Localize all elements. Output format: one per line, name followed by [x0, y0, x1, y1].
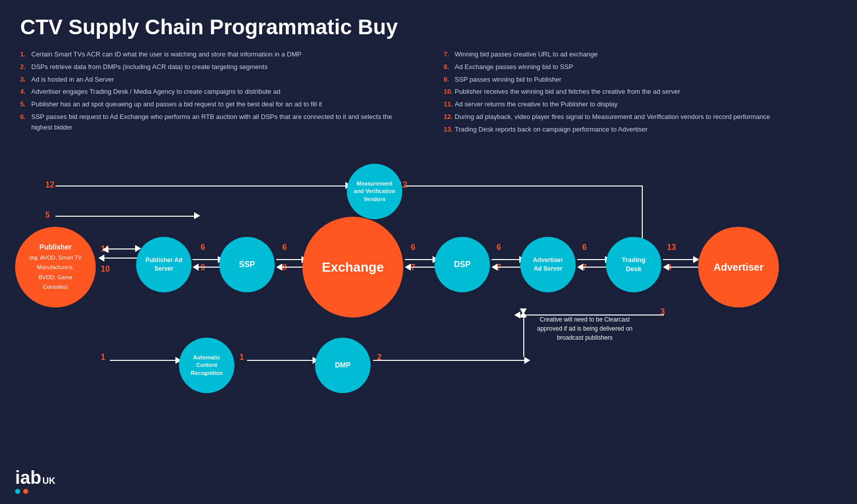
desc-item: 2.DSPs retrieve data from DMPs (includin… [20, 62, 413, 73]
dmp-circle: DMP [315, 338, 371, 393]
td-adv-line [663, 259, 693, 260]
exchange-circle: Exchange [302, 217, 403, 318]
advser-dsp-arrow [492, 264, 498, 271]
dsp-exch-arrow [405, 264, 411, 271]
step-10-label: 10 [101, 265, 110, 274]
desc-right: 7.Winning bid passes creative URL to ad … [444, 49, 837, 137]
description-section: 1.Certain Smart TVs ACR can ID what the … [0, 44, 857, 142]
arrow-11-line [108, 248, 136, 249]
desc-left: 1.Certain Smart TVs ACR can ID what the … [20, 49, 413, 137]
desc-item: 13.Trading Desk reports back on campaign… [444, 124, 837, 135]
iab-dot-orange [23, 489, 28, 494]
step-6-td-label: 6 [582, 243, 587, 252]
step-13-label: 13 [667, 243, 676, 252]
td-advser-arrow [577, 264, 583, 271]
arrow-12-right-line [406, 185, 643, 186]
advertiser-circle: Advertiser [698, 227, 779, 307]
desc-item: 7.Winning bid passes creative URL to ad … [444, 49, 837, 60]
dsp-advser-line [492, 259, 519, 260]
desc-item: 8.Ad Exchange passes winning bid to SSP [444, 62, 837, 73]
step-6-ssp-label: 6 [201, 243, 205, 252]
adv-td-arrow [663, 264, 669, 271]
desc-item: 3.Ad is hosted in an Ad Server [20, 75, 413, 85]
adv-td-line [669, 267, 699, 268]
step-6-dsp-label: 6 [411, 243, 415, 252]
step-1-pub-label: 1 [101, 353, 105, 362]
desc-item: 9.SSP passes winning bid to Publisher [444, 75, 837, 85]
arrow-5-head [194, 212, 200, 221]
desc-item: 6.SSP passes bid request to Ad Exchange … [20, 112, 413, 133]
desc-item: 11.Ad server returns the creative to the… [444, 99, 837, 110]
step-5-label: 5 [45, 211, 50, 220]
ssp-exch-line [276, 259, 301, 260]
desc-item: 1.Certain Smart TVs ACR can ID what the … [20, 49, 413, 60]
arrow-5-line [55, 216, 197, 217]
arrow-1-acr-dmp-line [247, 360, 313, 361]
iab-logo: iab UK [15, 469, 55, 494]
iab-dot-blue [15, 489, 20, 494]
advertiser-ad-server-circle: AdvertiserAd Server [520, 237, 576, 292]
iab-text: iab [15, 469, 41, 487]
arrow-2-head [524, 357, 530, 364]
arrow-2-up-triangle [520, 311, 527, 318]
exch-ssp-arrow [276, 264, 282, 271]
arrow-pub-ad-line [104, 258, 140, 259]
dsp-circle: DSP [435, 237, 490, 292]
desc-item: 5.Publisher has an ad spot queueing up a… [20, 99, 413, 110]
desc-item: 10.Publisher receives the winning bid an… [444, 87, 837, 97]
ssp-pub-arrow-left [193, 264, 199, 271]
desc-item: 12.During ad playback, video player fire… [444, 112, 837, 122]
arrow-2-vert-line [523, 311, 524, 357]
arrow-12-line [55, 185, 348, 186]
arrow-2-line [373, 360, 524, 361]
page-title: CTV Supply Chain Programmatic Buy [0, 0, 857, 44]
step-1-acr-label: 1 [239, 353, 244, 362]
advser-td-line [577, 259, 605, 260]
diagram-area: 12 5 12 Publisher(eg. AVOD, Smart TVManu… [0, 171, 857, 504]
publisher-ad-server-circle: Publisher AdServer [136, 237, 192, 292]
clearcast-note: Creative will need to be Clearcast appro… [534, 315, 635, 342]
step-12-label: 12 [45, 180, 54, 190]
exch-dsp-line [405, 259, 433, 260]
arrow-left-pub-ad [98, 255, 104, 262]
publisher-circle: Publisher(eg. AVOD, Smart TVManufacturer… [15, 227, 96, 307]
step-6-exchange-label: 6 [282, 243, 287, 252]
trading-desk-circle: TradingDesk [606, 237, 661, 292]
arrow-1-pub-acr-line [110, 360, 175, 361]
acr-circle: AutomaticContentRecognition [179, 338, 234, 393]
step-6-adv-label: 6 [497, 243, 501, 252]
pub-ssp-line-top [193, 259, 218, 260]
desc-item: 4.Advertiser engages Trading Desk / Medi… [20, 87, 413, 97]
ssp-circle: SSP [219, 237, 275, 292]
measurement-circle: Measurementand VerificationVendors [347, 164, 402, 219]
iab-uk-text: UK [42, 476, 55, 486]
